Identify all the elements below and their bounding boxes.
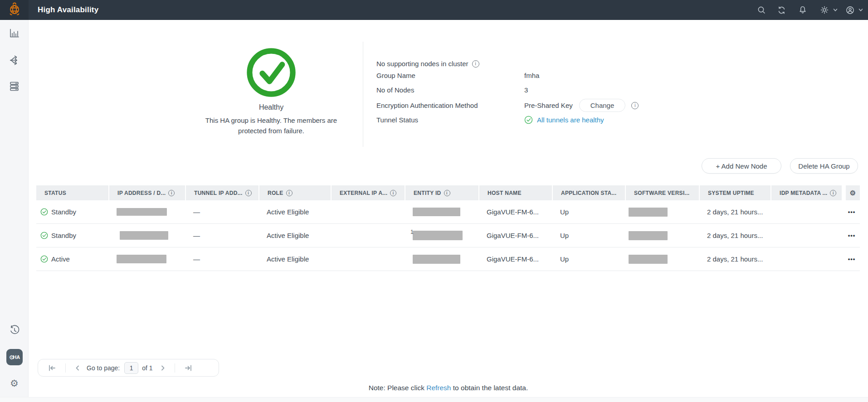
info-icon[interactable]: i <box>631 102 639 109</box>
delete-ha-group-button[interactable]: Delete HA Group <box>790 158 858 174</box>
col-software-version[interactable]: SOFTWARE VERSI... <box>625 185 699 200</box>
redacted-value <box>629 208 668 217</box>
sidebar-item-inventory[interactable] <box>0 81 29 94</box>
col-status[interactable]: STATUS <box>36 185 108 200</box>
col-ip-address[interactable]: IP ADDRESS / D...i <box>108 185 185 200</box>
col-application-status[interactable]: APPLICATION STA... <box>552 185 625 200</box>
health-status-description: This HA group is Healthy. The members ar… <box>194 115 348 136</box>
sidebar-item-traffic[interactable] <box>0 54 29 68</box>
app-logo[interactable] <box>0 0 29 20</box>
col-host-name[interactable]: HOST NAME <box>478 185 552 200</box>
redacted-value: 1 <box>413 231 463 240</box>
table-row: Standby — Active Eligible GigaVUE-FM-6..… <box>36 200 860 224</box>
refresh-link[interactable]: Refresh <box>426 384 451 392</box>
redacted-value <box>629 231 668 240</box>
status-ok-icon <box>40 255 48 263</box>
sidebar-item-high-availability-active[interactable]: ⚙ HA <box>6 349 23 365</box>
health-status-label: Healthy <box>194 103 348 111</box>
row-actions-cell: ••• <box>842 224 860 247</box>
tunnel-status-link[interactable]: All tunnels are healthy <box>537 116 604 124</box>
application-status-cell: Up <box>552 224 625 247</box>
external-ip-cell <box>331 247 405 271</box>
theme-sun-icon[interactable] <box>820 5 829 15</box>
status-ok-icon <box>40 208 48 216</box>
sidebar-item-history[interactable] <box>0 325 29 338</box>
info-icon[interactable]: i <box>168 190 175 196</box>
left-sidebar: ⚙ HA ⚙ <box>0 20 29 397</box>
sidebar-item-dashboard[interactable] <box>0 28 29 41</box>
previous-page-icon[interactable] <box>75 365 80 371</box>
tunnel-healthy-check-icon <box>524 116 533 124</box>
info-icon[interactable]: i <box>472 60 479 68</box>
row-menu-ellipsis-icon[interactable]: ••• <box>846 256 856 262</box>
next-page-icon[interactable] <box>160 365 166 371</box>
role-cell: Active Eligible <box>258 200 331 223</box>
info-icon[interactable]: i <box>245 190 252 196</box>
role-cell: Active Eligible <box>258 224 331 247</box>
software-version-cell <box>625 247 699 271</box>
pagination-divider <box>65 363 66 373</box>
gigamon-logo-icon <box>7 1 22 19</box>
tunnel-status-label: Tunnel Status <box>376 116 524 124</box>
refresh-note: Note: Please click Refresh to obtain the… <box>29 384 868 392</box>
application-status-cell: Up <box>552 247 625 271</box>
info-icon[interactable]: i <box>830 190 836 196</box>
add-new-node-button[interactable]: + Add New Node <box>702 158 781 174</box>
theme-chevron-down-icon[interactable] <box>833 7 838 13</box>
settings-gear-icon: ⚙ <box>10 378 19 388</box>
col-tunnel-ip[interactable]: TUNNEL IP ADD...i <box>185 185 258 200</box>
server-stack-icon <box>9 81 20 94</box>
col-idp-metadata[interactable]: IDP METADATA ...i <box>770 185 842 200</box>
redacted-value <box>629 255 668 264</box>
info-icon[interactable]: i <box>286 190 293 196</box>
entity-id-cell <box>405 247 478 271</box>
first-page-icon[interactable] <box>48 364 56 372</box>
cluster-note-row: No supporting nodes in cluster i <box>376 60 479 68</box>
row-menu-ellipsis-icon[interactable]: ••• <box>846 232 856 239</box>
change-key-button[interactable]: Change <box>579 99 626 112</box>
entity-id-cell <box>405 200 478 223</box>
col-entity-id[interactable]: ENTITY IDi <box>405 185 478 200</box>
redacted-value <box>120 231 168 240</box>
idp-metadata-cell <box>770 224 842 247</box>
group-name-value: fmha <box>524 72 539 79</box>
row-actions-cell: ••• <box>842 200 860 223</box>
search-icon[interactable] <box>757 5 766 15</box>
idp-metadata-cell <box>770 200 842 223</box>
page-title: High Availability <box>38 5 98 15</box>
system-uptime-cell: 2 days, 21 hours... <box>699 200 770 223</box>
idp-metadata-cell <box>770 247 842 271</box>
external-ip-cell <box>331 200 405 223</box>
tunnel-ip-cell: — <box>185 247 258 271</box>
refresh-icon[interactable] <box>777 5 786 15</box>
page-number-input[interactable] <box>124 362 138 374</box>
page-count-label: of 1 <box>142 364 152 372</box>
col-role[interactable]: ROLEi <box>258 185 331 200</box>
row-menu-ellipsis-icon[interactable]: ••• <box>846 208 856 215</box>
status-cell: Standby <box>36 224 108 247</box>
user-avatar-icon[interactable] <box>845 5 855 15</box>
tunnel-ip-cell: — <box>185 224 258 247</box>
column-settings-button[interactable]: ⚙ <box>842 185 860 200</box>
top-bar: High Availability <box>0 0 868 20</box>
redacted-value <box>117 255 166 263</box>
sidebar-item-settings[interactable]: ⚙ <box>0 378 29 388</box>
high-availability-page: High Availability <box>0 0 868 402</box>
ip-address-cell <box>108 200 185 223</box>
last-page-icon[interactable] <box>184 364 192 372</box>
traffic-split-arrows-icon <box>9 54 20 68</box>
software-version-cell <box>625 224 699 247</box>
notifications-bell-icon[interactable] <box>798 5 807 15</box>
partial-text: 1 <box>410 229 414 235</box>
col-external-ip[interactable]: EXTERNAL IP A...i <box>331 185 405 200</box>
info-icon[interactable]: i <box>390 190 396 196</box>
host-name-cell: GigaVUE-FM-6... <box>478 224 552 247</box>
user-chevron-down-icon[interactable] <box>858 7 863 13</box>
nodes-row: No of Nodes 3 <box>376 86 528 94</box>
status-ok-icon <box>40 232 48 239</box>
info-icon[interactable]: i <box>444 190 450 196</box>
row-actions-cell: ••• <box>842 247 860 271</box>
redacted-value <box>117 208 167 216</box>
history-clock-icon <box>9 325 20 338</box>
col-system-uptime[interactable]: SYSTEM UPTIME <box>699 185 770 200</box>
